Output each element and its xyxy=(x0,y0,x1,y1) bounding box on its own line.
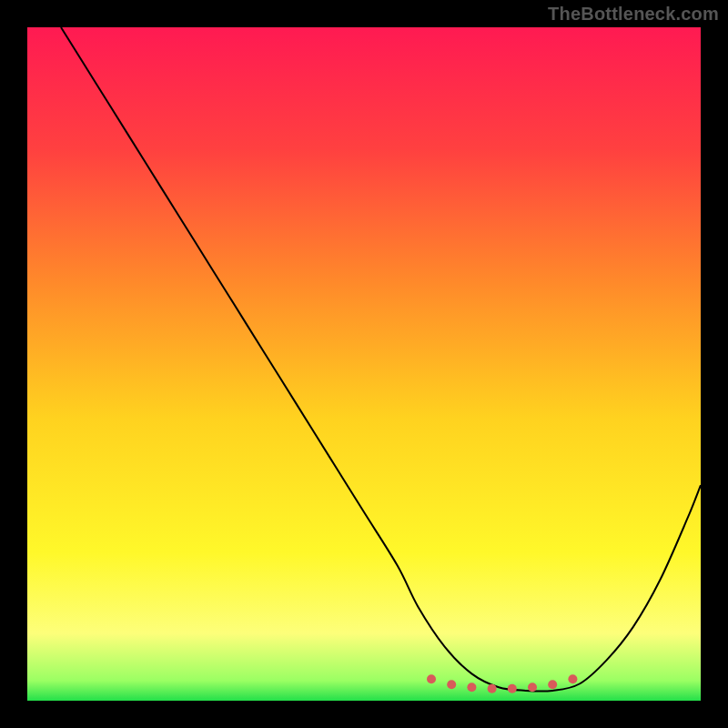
minimum-marker-dot xyxy=(548,680,557,689)
minimum-marker-dot xyxy=(427,674,436,683)
minimum-marker-dot xyxy=(488,684,497,693)
plot-area xyxy=(27,27,701,701)
gradient-background xyxy=(27,27,701,701)
chart-frame: TheBottleneck.com xyxy=(0,0,728,728)
minimum-marker-dot xyxy=(467,682,476,692)
watermark-text: TheBottleneck.com xyxy=(548,4,719,25)
minimum-marker-dot xyxy=(447,680,456,689)
minimum-marker-dot xyxy=(568,674,577,683)
minimum-marker-dot xyxy=(508,684,517,693)
plot-svg xyxy=(27,27,701,701)
minimum-marker-dot xyxy=(528,682,537,692)
